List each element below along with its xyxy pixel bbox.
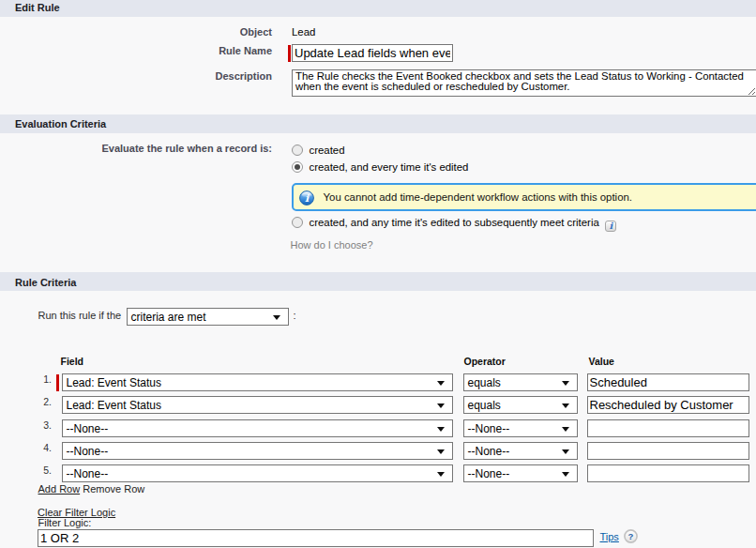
radio-created-subsequent[interactable] (292, 217, 303, 228)
info-icon: i (299, 190, 314, 206)
dropdown-arrow-icon (437, 403, 445, 408)
evaluation-criteria-title: Evaluation Criteria (15, 118, 106, 129)
criteria-field-select-1[interactable]: Lead: Event Status (62, 373, 454, 391)
operator-column-header: Operator (464, 356, 506, 367)
criteria-operator-value-1: equals (468, 376, 501, 389)
edit-rule-header-bar: Edit Rule (0, 0, 756, 17)
rule-criteria-section-bar: Rule Criteria (0, 272, 756, 291)
field-column-header: Field (61, 356, 84, 367)
dropdown-arrow-icon (437, 381, 445, 386)
object-value: Lead (292, 26, 315, 38)
required-field-bar (288, 45, 292, 62)
dropdown-arrow-icon (437, 472, 445, 477)
required-field-bar (56, 374, 60, 391)
radio-created[interactable] (292, 145, 303, 156)
dropdown-arrow-icon (562, 472, 569, 477)
criteria-operator-select-4[interactable]: --None-- (463, 442, 579, 460)
evaluation-criteria-section-bar: Evaluation Criteria (0, 114, 756, 133)
run-condition-select[interactable]: criteria are met (127, 308, 289, 326)
radio-created-every-edit-label[interactable]: created, and every time it's edited (310, 161, 469, 174)
description-label: Description (0, 70, 272, 82)
criteria-field-select-2[interactable]: Lead: Event Status (62, 396, 454, 414)
svg-text:?: ? (628, 531, 634, 541)
object-label: Object (0, 26, 272, 38)
criteria-value-input-2[interactable] (587, 396, 749, 414)
radio-created-every-edit[interactable] (292, 161, 303, 173)
dropdown-arrow-icon (562, 403, 569, 408)
description-textarea[interactable]: The Rule checks the Event Booked checkbo… (292, 69, 756, 97)
time-dependent-notice: i You cannot add time-dependent workflow… (292, 183, 756, 211)
rule-name-label: Rule Name (0, 45, 272, 56)
criteria-operator-select-5[interactable]: --None-- (463, 464, 579, 482)
criteria-field-value-2: Lead: Event Status (67, 399, 161, 412)
tips-link[interactable]: Tips (600, 531, 619, 543)
run-suffix-colon: : (294, 310, 296, 322)
criteria-value-input-3[interactable] (587, 419, 749, 437)
criteria-field-value-5: --None-- (67, 467, 109, 480)
value-column-header: Value (589, 356, 614, 367)
criteria-field-value-4: --None-- (67, 445, 109, 458)
field-info-icon[interactable]: i (605, 221, 616, 232)
radio-created-subsequent-label[interactable]: created, and any time it's edited to sub… (310, 217, 599, 229)
dropdown-arrow-icon (562, 381, 569, 386)
criteria-field-value-3: --None-- (67, 422, 109, 435)
row-number: 3. (0, 419, 52, 431)
criteria-operator-value-2: equals (468, 399, 501, 412)
row-number: 5. (0, 464, 52, 476)
criteria-field-select-5[interactable]: --None-- (62, 464, 454, 482)
row-number: 1. (0, 373, 52, 385)
help-icon[interactable]: ? (624, 529, 638, 543)
radio-created-label[interactable]: created (310, 145, 345, 157)
page-title: Edit Rule (15, 2, 60, 13)
notice-text: You cannot add time-dependent workflow a… (324, 191, 632, 204)
criteria-field-select-4[interactable]: --None-- (62, 442, 454, 460)
criteria-value-input-4[interactable] (587, 442, 749, 460)
how-do-i-choose-link[interactable]: How do I choose? (291, 239, 373, 251)
dropdown-arrow-icon (273, 315, 280, 320)
criteria-field-value-1: Lead: Event Status (67, 376, 161, 389)
criteria-operator-select-2[interactable]: equals (463, 396, 579, 414)
dropdown-arrow-icon (562, 449, 569, 454)
rule-criteria-title: Rule Criteria (15, 277, 76, 288)
run-condition-value: criteria are met (131, 311, 206, 324)
criteria-operator-select-1[interactable]: equals (463, 373, 579, 391)
row-number: 4. (0, 442, 52, 453)
remove-row-link[interactable]: Remove Row (83, 483, 144, 495)
criteria-operator-select-3[interactable]: --None-- (463, 419, 579, 437)
filter-logic-label: Filter Logic: (38, 517, 92, 529)
filter-logic-input[interactable] (38, 529, 594, 547)
row-number: 2. (0, 396, 52, 407)
criteria-operator-value-3: --None-- (468, 422, 510, 435)
add-row-link[interactable]: Add Row (38, 483, 81, 495)
dropdown-arrow-icon (437, 449, 445, 454)
dropdown-arrow-icon (437, 427, 445, 432)
criteria-value-input-5[interactable] (587, 464, 749, 482)
workflow-rule-edit-page: Edit Rule Object Lead Rule Name Descript… (0, 0, 756, 548)
dropdown-arrow-icon (562, 427, 569, 432)
rule-name-input[interactable] (292, 44, 453, 62)
criteria-operator-value-4: --None-- (468, 445, 510, 458)
evaluate-when-label: Evaluate the rule when a record is: (0, 143, 272, 154)
criteria-value-input-1[interactable] (587, 373, 749, 391)
criteria-field-select-3[interactable]: --None-- (62, 419, 454, 437)
criteria-operator-value-5: --None-- (468, 467, 510, 480)
run-this-rule-label: Run this rule if the (38, 310, 122, 322)
